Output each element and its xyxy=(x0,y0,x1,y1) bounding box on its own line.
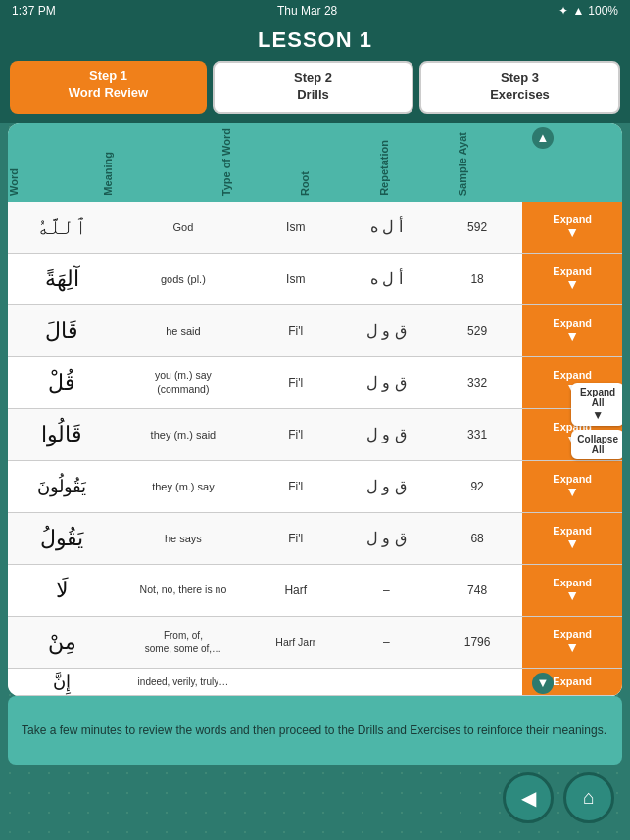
scroll-down-arrow[interactable]: ▼ xyxy=(532,673,554,694)
header: LESSON 1 xyxy=(0,22,630,61)
status-bar: 1:37 PM Thu Mar 28 ✦ ▲ 100% xyxy=(0,0,630,22)
cell-root: ق و ل xyxy=(341,473,432,499)
table-row: آلِهَةً gods (pl.) Ism أ ل ه 18 Expand▼ xyxy=(8,254,622,305)
cell-arabic: ٱللَّهُ xyxy=(8,210,116,244)
cell-rep: 18 xyxy=(432,268,523,290)
table-row: قَالَ he said Fi'l ق و ل 529 Expand▼ xyxy=(8,305,622,357)
col-header-sample: Sample Ayat xyxy=(457,132,535,196)
tab-step3[interactable]: Step 3Exercises xyxy=(419,61,620,114)
status-time: 1:37 PM xyxy=(12,4,56,18)
signal-icon: ✦ xyxy=(558,4,568,18)
cell-type xyxy=(250,677,341,685)
cell-rep: 1796 xyxy=(432,631,523,653)
cell-arabic: قَالُوا xyxy=(8,418,116,451)
table-header-row: Word Meaning Type of Word Root Repetatio… xyxy=(8,123,622,202)
status-right: ✦ ▲ 100% xyxy=(558,4,618,18)
table-row: إِنَّ indeed, verily, truly… Expand xyxy=(8,669,622,696)
cell-type: Fi'l xyxy=(250,476,341,497)
back-button[interactable]: ◀ xyxy=(503,772,554,823)
cell-root: أ ل ه xyxy=(341,265,432,292)
table-row: مِنْ From, of,some, some of,… Harf Jarr … xyxy=(8,617,622,669)
home-icon: ⌂ xyxy=(583,786,595,809)
col-header-meaning: Meaning xyxy=(102,152,220,196)
cell-meaning: gods (pl.) xyxy=(116,268,250,290)
col-header-type: Type of Word xyxy=(220,128,299,196)
tab-bar: Step 1Word Review Step 2Drills Step 3Exe… xyxy=(0,61,630,123)
page-title: LESSON 1 xyxy=(0,27,630,53)
cell-rep: 68 xyxy=(432,528,523,549)
table-row: ٱللَّهُ God Ism أ ل ه 592 Expand▼ xyxy=(8,202,622,254)
nav-buttons: ◀ ⌂ xyxy=(0,772,630,835)
cell-root: – xyxy=(341,580,432,601)
cell-meaning: Not, no, there is no xyxy=(116,580,250,601)
cell-arabic: آلِهَةً xyxy=(8,262,116,296)
cell-rep: 592 xyxy=(432,216,523,238)
cell-meaning: indeed, verily, truly… xyxy=(116,672,250,692)
home-button[interactable]: ⌂ xyxy=(563,772,614,823)
info-text: Take a few minutes to review the words a… xyxy=(22,722,606,739)
expand-button[interactable]: Expand▼ xyxy=(522,254,622,304)
cell-arabic: يَقُولُ xyxy=(8,522,116,555)
side-buttons: Expand All ▼ Collapse All xyxy=(571,383,622,459)
cell-root: أ ل ه xyxy=(341,213,432,240)
collapse-all-button[interactable]: Collapse All xyxy=(571,430,622,459)
table-body: ٱللَّهُ God Ism أ ل ه 592 Expand▼ آلِهَة… xyxy=(8,202,622,696)
cell-rep: 332 xyxy=(432,372,523,394)
table-row: قُلْ you (m.) say(command) Fi'l ق و ل 33… xyxy=(8,357,622,409)
cell-rep xyxy=(432,677,523,685)
cell-meaning: From, of,some, some of,… xyxy=(116,626,250,659)
cell-meaning: he said xyxy=(116,320,250,342)
cell-arabic: قُلْ xyxy=(8,366,116,399)
col-header-rep: Repetation xyxy=(378,140,457,196)
cell-root: – xyxy=(341,631,432,653)
cell-meaning: God xyxy=(116,216,250,238)
cell-arabic: إِنَّ xyxy=(8,669,116,696)
cell-meaning: they (m.) say xyxy=(116,476,250,497)
tab-step2[interactable]: Step 2Drills xyxy=(213,61,413,114)
status-day: Thu Mar 28 xyxy=(277,4,337,18)
cell-rep: 331 xyxy=(432,424,523,445)
cell-arabic: يَقُولُونَ xyxy=(8,472,116,501)
cell-type: Fi'l xyxy=(250,320,341,342)
cell-rep: 92 xyxy=(432,476,523,497)
expand-button[interactable]: Expand▼ xyxy=(522,305,622,356)
cell-rep: 748 xyxy=(432,580,523,601)
cell-arabic: لَا xyxy=(8,574,116,607)
cell-root: ق و ل xyxy=(341,421,432,447)
cell-root: ق و ل xyxy=(341,525,432,551)
cell-type: Harf Jarr xyxy=(250,632,341,652)
expand-button[interactable]: Expand▼ xyxy=(522,513,622,564)
cell-type: Fi'l xyxy=(250,528,341,549)
table-container: Word Meaning Type of Word Root Repetatio… xyxy=(8,123,622,696)
cell-type: Fi'l xyxy=(250,424,341,445)
expand-button[interactable]: Expand▼ xyxy=(522,202,622,253)
back-icon: ◀ xyxy=(521,786,536,810)
cell-root xyxy=(341,677,432,685)
scroll-up-arrow[interactable]: ▲ xyxy=(532,127,554,149)
expand-all-button[interactable]: Expand All ▼ xyxy=(571,383,622,426)
info-bar: Take a few minutes to review the words a… xyxy=(8,696,622,765)
cell-type: Ism xyxy=(250,216,341,238)
cell-root: ق و ل xyxy=(341,317,432,344)
expand-button[interactable]: Expand▼ xyxy=(522,565,622,616)
expand-button[interactable]: Expand▼ xyxy=(522,461,622,512)
cell-rep: 529 xyxy=(432,320,523,342)
col-header-word: Word xyxy=(8,168,102,196)
table-row: لَا Not, no, there is no Harf – 748 Expa… xyxy=(8,565,622,617)
cell-arabic: قَالَ xyxy=(8,314,116,348)
cell-type: Fi'l xyxy=(250,372,341,394)
wifi-icon: ▲ xyxy=(572,4,584,18)
cell-root: ق و ل xyxy=(341,369,432,396)
tab-step1[interactable]: Step 1Word Review xyxy=(10,61,207,114)
table-row: قَالُوا they (m.) said Fi'l ق و ل 331 Ex… xyxy=(8,409,622,461)
col-header-root: Root xyxy=(299,171,377,196)
table-row: يَقُولُونَ they (m.) say Fi'l ق و ل 92 E… xyxy=(8,461,622,513)
cell-type: Harf xyxy=(250,580,341,601)
cell-meaning: they (m.) said xyxy=(116,424,250,445)
table-row: يَقُولُ he says Fi'l ق و ل 68 Expand▼ xyxy=(8,513,622,565)
expand-button[interactable]: Expand▼ xyxy=(522,617,622,668)
cell-arabic: مِنْ xyxy=(8,626,116,659)
cell-meaning: he says xyxy=(116,528,250,549)
cell-meaning: you (m.) say(command) xyxy=(116,365,250,399)
battery-text: 100% xyxy=(588,4,618,18)
